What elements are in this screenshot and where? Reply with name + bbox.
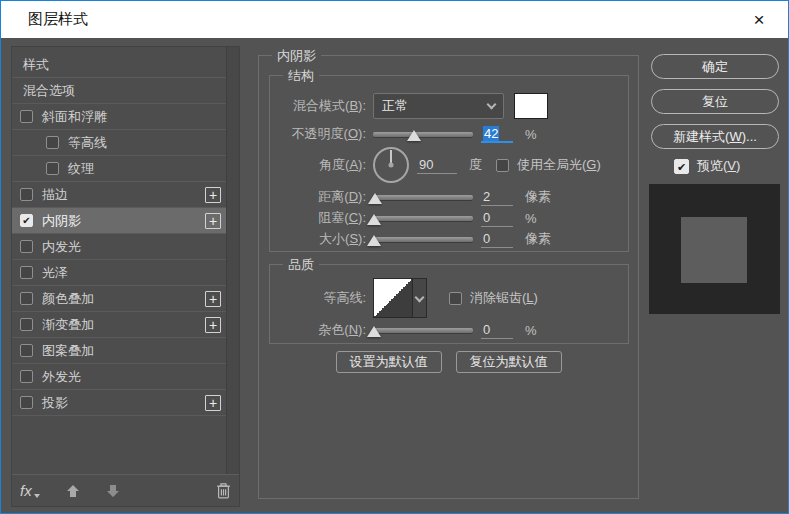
- sidebar-item-drop-shadow[interactable]: 投影 +: [12, 390, 226, 416]
- contour-label: 等高线:: [278, 289, 366, 307]
- angle-row: 角度(A): 90 度 使用全局光(G): [278, 144, 620, 186]
- size-unit: 像素: [525, 230, 551, 248]
- checkbox-unchecked[interactable]: [20, 188, 33, 201]
- arrow-down-icon: [106, 484, 120, 498]
- new-style-button[interactable]: 新建样式(W)...: [651, 124, 779, 149]
- checkbox-checked[interactable]: ✔: [20, 214, 33, 227]
- blend-mode-label: 混合模式(B):: [278, 97, 366, 115]
- sidebar-toolbar: fx: [12, 474, 239, 506]
- contour-picker[interactable]: [373, 278, 427, 318]
- sidebar-item-color-overlay[interactable]: 颜色叠加 +: [12, 286, 226, 312]
- sidebar-item-label: 混合选项: [23, 82, 75, 100]
- quality-group: 品质 等高线: 消除锯齿(L) 杂色(N): 0 %: [269, 264, 629, 344]
- add-effect-icon[interactable]: +: [205, 317, 221, 333]
- blend-mode-select[interactable]: 正常: [373, 93, 504, 119]
- anti-alias-label: 消除锯齿(L): [470, 289, 538, 307]
- choke-slider-thumb[interactable]: [367, 214, 381, 225]
- checkbox-unchecked[interactable]: [20, 396, 33, 409]
- distance-label: 距离(D):: [278, 188, 366, 206]
- sidebar-item-label: 内阴影: [42, 212, 81, 230]
- ok-button[interactable]: 确定: [651, 54, 779, 79]
- choke-field[interactable]: 0: [481, 210, 513, 227]
- size-label: 大小(S):: [278, 230, 366, 248]
- checkbox-unchecked[interactable]: [20, 266, 33, 279]
- sidebar-item-label: 投影: [42, 394, 68, 412]
- sidebar-item-bevel-emboss[interactable]: 斜面和浮雕: [12, 104, 226, 130]
- sidebar-item-outer-glow[interactable]: 外发光: [12, 364, 226, 390]
- size-field[interactable]: 0: [481, 231, 513, 248]
- sidebar-item-contour[interactable]: 等高线: [12, 130, 226, 156]
- angle-dial[interactable]: [373, 147, 409, 183]
- sidebar-item-stroke[interactable]: 描边 +: [12, 182, 226, 208]
- opacity-slider[interactable]: [373, 132, 473, 137]
- checkbox-unchecked[interactable]: [20, 110, 33, 123]
- sidebar-item-label: 描边: [42, 186, 68, 204]
- noise-row: 杂色(N): 0 %: [278, 320, 620, 340]
- preview-option: ✔ 预览(V): [674, 157, 740, 175]
- checkbox-unchecked[interactable]: [46, 136, 59, 149]
- sidebar-item-inner-shadow[interactable]: ✔ 内阴影 +: [12, 208, 226, 234]
- distance-field[interactable]: 2: [481, 189, 513, 206]
- sidebar-item-styles[interactable]: 样式: [12, 52, 226, 78]
- shadow-color-swatch[interactable]: [514, 93, 548, 119]
- noise-slider-thumb[interactable]: [367, 326, 381, 337]
- size-value: 0: [483, 231, 490, 246]
- sidebar-item-label: 光泽: [42, 264, 68, 282]
- checkbox-unchecked[interactable]: [46, 162, 59, 175]
- sidebar-item-pattern-overlay[interactable]: 图案叠加: [12, 338, 226, 364]
- sidebar-item-gradient-overlay[interactable]: 渐变叠加 +: [12, 312, 226, 338]
- sidebar-item-label: 图案叠加: [42, 342, 94, 360]
- panel-title: 内阴影: [272, 47, 321, 65]
- opacity-field[interactable]: 42: [481, 126, 513, 143]
- add-effect-icon[interactable]: +: [205, 213, 221, 229]
- delete-effect-button[interactable]: [216, 482, 231, 499]
- close-icon[interactable]: ×: [744, 8, 774, 32]
- sidebar-item-label: 纹理: [68, 160, 94, 178]
- checkbox-unchecked[interactable]: [20, 344, 33, 357]
- use-global-light-checkbox[interactable]: [496, 159, 509, 172]
- sidebar-item-blending-options[interactable]: 混合选项: [12, 78, 226, 104]
- sidebar-item-label: 样式: [23, 56, 49, 74]
- distance-value: 2: [483, 189, 490, 204]
- contour-chevron: [412, 279, 426, 317]
- blend-mode-row: 混合模式(B): 正常: [278, 92, 620, 120]
- sidebar-item-label: 等高线: [68, 134, 107, 152]
- fx-menu-button[interactable]: fx: [20, 483, 40, 498]
- reset-button[interactable]: 复位: [651, 89, 779, 114]
- checkbox-unchecked[interactable]: [20, 292, 33, 305]
- angle-unit: 度: [469, 156, 482, 174]
- reset-default-button[interactable]: 复位为默认值: [456, 351, 562, 373]
- size-slider[interactable]: [373, 237, 473, 242]
- chevron-down-icon: [415, 292, 425, 302]
- add-effect-icon[interactable]: +: [205, 291, 221, 307]
- anti-alias-checkbox[interactable]: [449, 292, 462, 305]
- style-list-items: 样式 混合选项 斜面和浮雕 等高线 纹理: [12, 47, 226, 474]
- move-effect-up-button[interactable]: [66, 484, 80, 498]
- add-effect-icon[interactable]: +: [205, 187, 221, 203]
- angle-field[interactable]: 90: [417, 157, 457, 174]
- sidebar-item-label: 内发光: [42, 238, 81, 256]
- checkbox-unchecked[interactable]: [20, 370, 33, 383]
- checkbox-unchecked[interactable]: [20, 318, 33, 331]
- move-effect-down-button[interactable]: [106, 484, 120, 498]
- distance-slider-thumb[interactable]: [368, 193, 382, 204]
- distance-slider[interactable]: [373, 195, 473, 200]
- choke-slider[interactable]: [373, 216, 473, 221]
- fx-icon: fx: [20, 483, 32, 498]
- sidebar-item-texture[interactable]: 纹理: [12, 156, 226, 182]
- set-default-button[interactable]: 设置为默认值: [336, 351, 442, 373]
- preview-checkbox[interactable]: ✔: [674, 159, 689, 174]
- size-slider-thumb[interactable]: [367, 235, 381, 246]
- title-bar: 图层样式 ×: [1, 1, 788, 38]
- opacity-slider-thumb[interactable]: [407, 130, 421, 141]
- sidebar-scrollbar-track[interactable]: [226, 47, 239, 474]
- sidebar-item-inner-glow[interactable]: 内发光: [12, 234, 226, 260]
- noise-field[interactable]: 0: [481, 322, 513, 339]
- checkbox-unchecked[interactable]: [20, 240, 33, 253]
- size-row: 大小(S): 0 像素: [278, 229, 620, 249]
- sidebar-item-label: 斜面和浮雕: [42, 108, 107, 126]
- contour-row: 等高线: 消除锯齿(L): [278, 277, 620, 319]
- sidebar-item-satin[interactable]: 光泽: [12, 260, 226, 286]
- noise-slider[interactable]: [373, 328, 473, 333]
- add-effect-icon[interactable]: +: [205, 395, 221, 411]
